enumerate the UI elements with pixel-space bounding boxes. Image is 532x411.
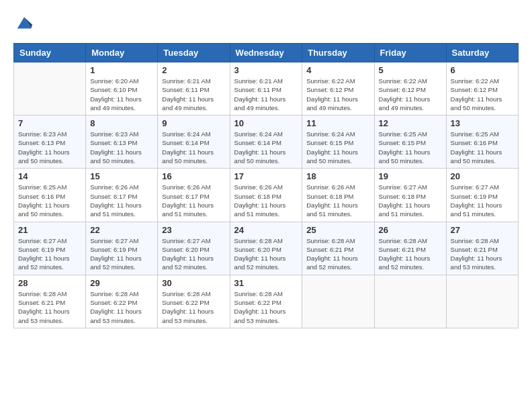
sunrise-label: Sunrise: 6:25 AM bbox=[379, 130, 427, 138]
day-info: Sunrise: 6:24 AM Sunset: 6:14 PM Dayligh… bbox=[234, 130, 298, 165]
day-info: Sunrise: 6:25 AM Sunset: 6:16 PM Dayligh… bbox=[18, 183, 81, 218]
sunset-label: Sunset: 6:21 PM bbox=[306, 246, 353, 253]
calendar-cell: 9 Sunrise: 6:24 AM Sunset: 6:14 PM Dayli… bbox=[158, 116, 230, 169]
sunrise-label: Sunrise: 6:25 AM bbox=[18, 183, 66, 191]
day-info: Sunrise: 6:26 AM Sunset: 6:18 PM Dayligh… bbox=[306, 183, 369, 218]
calendar-cell: 21 Sunrise: 6:27 AM Sunset: 6:19 PM Dayl… bbox=[14, 222, 86, 275]
sunset-label: Sunset: 6:19 PM bbox=[18, 246, 65, 253]
calendar-cell: 7 Sunrise: 6:23 AM Sunset: 6:13 PM Dayli… bbox=[14, 116, 86, 169]
logo-icon bbox=[15, 13, 34, 32]
sunrise-label: Sunrise: 6:28 AM bbox=[306, 237, 355, 244]
calendar-week-5: 28 Sunrise: 6:28 AM Sunset: 6:21 PM Dayl… bbox=[14, 275, 519, 328]
calendar-cell: 12 Sunrise: 6:25 AM Sunset: 6:15 PM Dayl… bbox=[374, 116, 446, 169]
calendar-week-4: 21 Sunrise: 6:27 AM Sunset: 6:19 PM Dayl… bbox=[14, 222, 519, 275]
calendar-cell: 5 Sunrise: 6:22 AM Sunset: 6:12 PM Dayli… bbox=[374, 62, 446, 116]
day-number: 7 bbox=[18, 118, 81, 128]
daylight-label: Daylight: 11 hours and 53 minutes. bbox=[90, 308, 142, 324]
calendar-cell: 16 Sunrise: 6:26 AM Sunset: 6:17 PM Dayl… bbox=[158, 169, 230, 222]
sunrise-label: Sunrise: 6:28 AM bbox=[234, 290, 283, 298]
calendar-cell: 15 Sunrise: 6:26 AM Sunset: 6:17 PM Dayl… bbox=[86, 169, 158, 222]
calendar-cell: 8 Sunrise: 6:23 AM Sunset: 6:13 PM Dayli… bbox=[86, 116, 158, 169]
daylight-label: Daylight: 11 hours and 49 minutes. bbox=[379, 95, 431, 111]
sunrise-label: Sunrise: 6:27 AM bbox=[379, 183, 427, 191]
daylight-label: Daylight: 11 hours and 50 minutes. bbox=[162, 148, 214, 165]
daylight-label: Daylight: 11 hours and 51 minutes. bbox=[90, 201, 142, 218]
daylight-label: Daylight: 11 hours and 53 minutes. bbox=[162, 308, 214, 324]
sunrise-label: Sunrise: 6:27 AM bbox=[162, 237, 210, 244]
sunrise-label: Sunrise: 6:22 AM bbox=[306, 77, 355, 85]
calendar-cell: 1 Sunrise: 6:20 AM Sunset: 6:10 PM Dayli… bbox=[86, 62, 158, 116]
sunset-label: Sunset: 6:20 PM bbox=[234, 246, 281, 253]
sunrise-label: Sunrise: 6:27 AM bbox=[18, 237, 66, 244]
calendar-cell: 18 Sunrise: 6:26 AM Sunset: 6:18 PM Dayl… bbox=[302, 169, 374, 222]
calendar-cell: 13 Sunrise: 6:25 AM Sunset: 6:16 PM Dayl… bbox=[446, 116, 518, 169]
sunrise-label: Sunrise: 6:24 AM bbox=[234, 130, 283, 138]
day-number: 28 bbox=[18, 278, 81, 288]
day-number: 6 bbox=[451, 65, 514, 75]
sunset-label: Sunset: 6:17 PM bbox=[162, 193, 209, 200]
day-number: 14 bbox=[18, 171, 81, 181]
sunrise-label: Sunrise: 6:22 AM bbox=[451, 77, 499, 85]
day-number: 24 bbox=[234, 225, 298, 235]
day-number: 15 bbox=[90, 171, 153, 181]
day-number: 23 bbox=[162, 225, 225, 235]
day-number: 31 bbox=[234, 278, 298, 288]
day-number: 2 bbox=[162, 65, 225, 75]
sunset-label: Sunset: 6:22 PM bbox=[234, 299, 281, 306]
day-number: 10 bbox=[234, 118, 298, 128]
calendar-cell: 19 Sunrise: 6:27 AM Sunset: 6:18 PM Dayl… bbox=[374, 169, 446, 222]
day-number: 13 bbox=[451, 118, 514, 128]
day-info: Sunrise: 6:21 AM Sunset: 6:11 PM Dayligh… bbox=[234, 77, 298, 112]
daylight-label: Daylight: 11 hours and 49 minutes. bbox=[162, 95, 214, 111]
sunset-label: Sunset: 6:11 PM bbox=[162, 86, 209, 93]
logo bbox=[13, 13, 34, 32]
sunset-label: Sunset: 6:18 PM bbox=[234, 193, 281, 200]
sunset-label: Sunset: 6:15 PM bbox=[306, 139, 353, 146]
sunset-label: Sunset: 6:15 PM bbox=[379, 139, 426, 146]
day-info: Sunrise: 6:25 AM Sunset: 6:15 PM Dayligh… bbox=[379, 130, 442, 165]
day-info: Sunrise: 6:25 AM Sunset: 6:16 PM Dayligh… bbox=[451, 130, 514, 165]
day-info: Sunrise: 6:23 AM Sunset: 6:13 PM Dayligh… bbox=[18, 130, 81, 165]
calendar-cell: 27 Sunrise: 6:28 AM Sunset: 6:21 PM Dayl… bbox=[446, 222, 518, 275]
sunset-label: Sunset: 6:21 PM bbox=[451, 246, 498, 253]
sunset-label: Sunset: 6:16 PM bbox=[451, 139, 498, 146]
sunrise-label: Sunrise: 6:28 AM bbox=[234, 237, 283, 244]
sunrise-label: Sunrise: 6:25 AM bbox=[451, 130, 499, 138]
sunset-label: Sunset: 6:22 PM bbox=[162, 299, 209, 306]
sunset-label: Sunset: 6:14 PM bbox=[234, 139, 281, 146]
calendar-table: SundayMondayTuesdayWednesdayThursdayFrid… bbox=[13, 43, 519, 328]
day-number: 8 bbox=[90, 118, 153, 128]
weekday-header-wednesday: Wednesday bbox=[230, 44, 302, 62]
sunset-label: Sunset: 6:22 PM bbox=[90, 299, 137, 306]
day-number: 19 bbox=[379, 171, 442, 181]
day-number: 17 bbox=[234, 171, 298, 181]
daylight-label: Daylight: 11 hours and 50 minutes. bbox=[451, 148, 502, 165]
weekday-header-sunday: Sunday bbox=[14, 44, 86, 62]
sunrise-label: Sunrise: 6:22 AM bbox=[379, 77, 427, 85]
sunset-label: Sunset: 6:13 PM bbox=[18, 139, 65, 146]
day-info: Sunrise: 6:26 AM Sunset: 6:18 PM Dayligh… bbox=[234, 183, 298, 218]
sunrise-label: Sunrise: 6:28 AM bbox=[162, 290, 210, 298]
weekday-header-saturday: Saturday bbox=[446, 44, 518, 62]
sunrise-label: Sunrise: 6:26 AM bbox=[234, 183, 283, 191]
day-number: 3 bbox=[234, 65, 298, 75]
sunset-label: Sunset: 6:18 PM bbox=[306, 193, 353, 200]
calendar-cell bbox=[302, 275, 374, 328]
day-number: 1 bbox=[90, 65, 153, 75]
calendar-cell: 3 Sunrise: 6:21 AM Sunset: 6:11 PM Dayli… bbox=[230, 62, 302, 116]
day-info: Sunrise: 6:28 AM Sunset: 6:20 PM Dayligh… bbox=[234, 236, 298, 272]
weekday-header-tuesday: Tuesday bbox=[158, 44, 230, 62]
day-info: Sunrise: 6:26 AM Sunset: 6:17 PM Dayligh… bbox=[162, 183, 225, 218]
day-info: Sunrise: 6:22 AM Sunset: 6:12 PM Dayligh… bbox=[451, 77, 514, 112]
day-info: Sunrise: 6:27 AM Sunset: 6:19 PM Dayligh… bbox=[90, 236, 153, 272]
day-info: Sunrise: 6:22 AM Sunset: 6:12 PM Dayligh… bbox=[306, 77, 369, 112]
calendar-cell: 10 Sunrise: 6:24 AM Sunset: 6:14 PM Dayl… bbox=[230, 116, 302, 169]
calendar-cell: 25 Sunrise: 6:28 AM Sunset: 6:21 PM Dayl… bbox=[302, 222, 374, 275]
sunrise-label: Sunrise: 6:20 AM bbox=[90, 77, 138, 85]
daylight-label: Daylight: 11 hours and 51 minutes. bbox=[451, 201, 502, 218]
weekday-header-thursday: Thursday bbox=[302, 44, 374, 62]
sunset-label: Sunset: 6:21 PM bbox=[379, 246, 426, 253]
sunset-label: Sunset: 6:12 PM bbox=[379, 86, 426, 93]
day-number: 27 bbox=[451, 225, 514, 235]
sunrise-label: Sunrise: 6:24 AM bbox=[162, 130, 210, 138]
